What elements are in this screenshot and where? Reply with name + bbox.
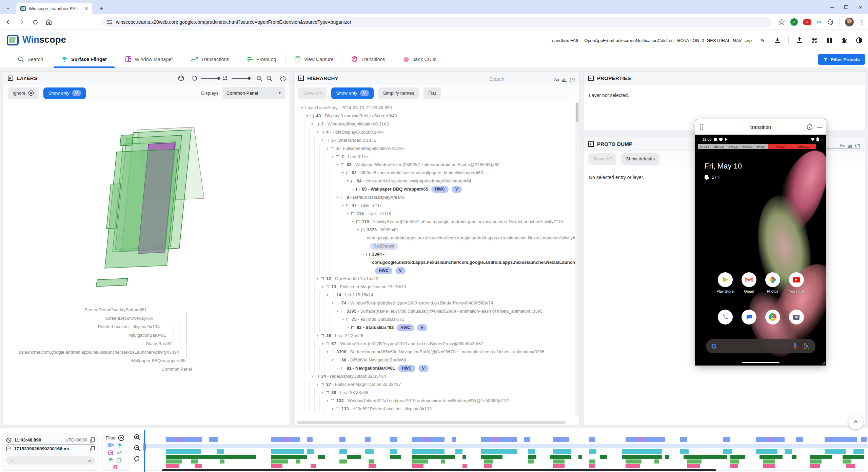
app-icon-messages[interactable]: [742, 310, 756, 324]
tree-node-118[interactable]: ▼118 - Task=7#118: [299, 210, 575, 218]
collapse-arrow-icon[interactable]: ▼: [319, 389, 326, 397]
lens-icon[interactable]: [803, 343, 810, 350]
tree-node-75[interactable]: ▼75 - ed70f88 StatusBar#75: [299, 315, 575, 323]
timeline-segment-protolog[interactable]: [296, 459, 300, 464]
timeline-segment-protolog[interactable]: [191, 459, 198, 464]
timeline-segment-protolog[interactable]: [626, 459, 642, 464]
window-close-icon[interactable]: ✕: [856, 2, 865, 12]
extensions-puzzle-icon[interactable]: [827, 19, 834, 25]
hierarchy-search-field[interactable]: Search Aa ab (.*): [489, 74, 575, 83]
timeline-segment-surface-flinger[interactable]: [756, 449, 777, 454]
tree-node-132[interactable]: ▼132 - WindowToken{422a1ee type=2015 and…: [299, 397, 575, 405]
ns-timestamp-input[interactable]: 1715339028890230166 ns: [14, 446, 69, 451]
collapse-arrow-icon[interactable]: ▼: [340, 201, 346, 210]
timeline-segment-surface-flinger[interactable]: [680, 449, 689, 454]
timeline-segment-transitions[interactable]: [369, 464, 376, 468]
timeline-segment-transitions[interactable]: [589, 464, 595, 468]
timeline-segment-surface-flinger[interactable]: [307, 449, 314, 454]
timeline-segment-view-capture[interactable]: [175, 437, 182, 442]
tree-node-63[interactable]: ▼63 - 8fb0ec5 com.android.systemui.wallp…: [299, 169, 575, 177]
layer-label-4[interactable]: StatusBar#82: [146, 341, 173, 346]
tree-node-65[interactable]: ●65 - Wallpaper BBQ wrapper#65HWCV: [299, 185, 575, 193]
prev-entry-button[interactable]: <: [10, 458, 13, 463]
timeline-segment-transitions[interactable]: [311, 464, 316, 468]
timeline-segment-protolog[interactable]: [810, 459, 822, 464]
collapse-arrow-icon[interactable]: ▼: [335, 307, 341, 315]
info-icon[interactable]: [807, 124, 813, 130]
timeline-segment-surface-flinger[interactable]: [622, 449, 662, 454]
timeline-segment-transactions[interactable]: [166, 455, 256, 459]
timeline-segment-surface-flinger[interactable]: [528, 449, 535, 454]
tree-node-3395[interactable]: ▼3395 - Surface(name=ed70f88 StatusBar)/…: [299, 307, 575, 315]
copy-icon[interactable]: [90, 446, 95, 451]
timeline-segment-transactions[interactable]: [792, 455, 796, 459]
timeline-segment-view-capture[interactable]: [636, 437, 645, 442]
timeline-segment-view-capture[interactable]: [423, 437, 430, 442]
app-icon-phone[interactable]: [718, 310, 733, 324]
collapse-arrow-icon[interactable]: ▼: [335, 193, 341, 201]
timeline-segment-protolog[interactable]: [843, 459, 851, 464]
collapse-arrow-icon[interactable]: ▼: [324, 397, 331, 405]
tree-node-43[interactable]: ▼43 - Display 0 name="Built-in Screen"#4…: [299, 112, 575, 120]
tree-node-3[interactable]: ▼3 - WindowedMagnification:0:31#3: [299, 120, 575, 128]
tree-node-13[interactable]: ▼13 - FullscreenMagnification:15:15#13: [299, 283, 575, 291]
layer-label-6[interactable]: Wallpaper BBQ wrapper#65: [131, 358, 185, 363]
timeline-segment-transactions[interactable]: [481, 455, 502, 459]
layer-label-7[interactable]: Common Panel: [161, 367, 192, 372]
timeline-segment-protolog[interactable]: [528, 459, 534, 464]
timeline-segment-transitions[interactable]: [626, 464, 640, 468]
collapse-arrow-icon[interactable]: ▼: [319, 283, 326, 291]
browser-tab[interactable]: Winscope | sandbox-FAIL ✕: [16, 3, 92, 14]
timeline-segment-surface-flinger[interactable]: [271, 449, 304, 454]
timeline-segment-transactions[interactable]: [622, 455, 662, 459]
timeline-segment-surface-flinger[interactable]: [481, 449, 517, 454]
tree-node-82[interactable]: ●82 - StatusBar#82HWCV: [299, 323, 575, 332]
browser-menu-icon[interactable]: ⋮: [859, 19, 865, 25]
url-bar[interactable]: winscope.teams.x20web.corp.google.com/pr…: [102, 17, 771, 27]
site-info-icon[interactable]: [106, 19, 113, 25]
filter-presets-button[interactable]: Filter Presets: [818, 54, 865, 65]
timeline-segment-window-manager[interactable]: [680, 437, 687, 442]
tree-node-14[interactable]: ▼14 - Leaf:15:15#14: [299, 291, 575, 299]
collapse-arrow-icon[interactable]: ▼: [345, 177, 351, 185]
tree-node-62[interactable]: ▼62 - WallpaperWindowToken{28892d1 token…: [299, 161, 575, 169]
timeline-segment-surface-flinger[interactable]: [723, 449, 732, 454]
tree-node-37[interactable]: ▼37 - FullscreenMagnification:33:33#37: [299, 380, 575, 389]
timeline-segment-protolog[interactable]: [412, 459, 428, 464]
tree-node-119[interactable]: ▼119 - ActivityRecord{24e5341 u0 com.goo…: [299, 218, 575, 226]
collapse-timeline-button[interactable]: [848, 414, 863, 429]
timeline-segment-transactions[interactable]: [462, 455, 466, 459]
extension-status-icon[interactable]: ✓: [790, 18, 798, 26]
tree-node-7[interactable]: ▼7 - Leaf:0:1#7: [299, 153, 575, 161]
collapse-filter-icon[interactable]: [118, 435, 124, 441]
hierarchy-show-only-button[interactable]: Show only V: [331, 87, 373, 99]
timeline-segment-transactions[interactable]: [843, 455, 864, 459]
collapse-arrow-icon[interactable]: ▼: [330, 405, 336, 413]
timeline-segment-view-capture[interactable]: [282, 437, 289, 442]
timeline-segment-window-manager[interactable]: [524, 437, 530, 442]
collapse-arrow-icon[interactable]: ▼: [340, 169, 346, 177]
timeline-segment-protolog[interactable]: [220, 459, 224, 464]
app-icon-gmail[interactable]: Gmail: [742, 272, 756, 293]
collapse-arrow-icon[interactable]: ▼: [324, 348, 331, 356]
layer-label-3[interactable]: NavigationBar0#81: [129, 333, 166, 338]
tab-close-icon[interactable]: ✕: [83, 5, 90, 12]
tree-node-38[interactable]: ▼38 - Leaf:33:33#38: [299, 389, 575, 397]
timeline-segment-window-manager[interactable]: [365, 437, 371, 442]
view-capture-icon[interactable]: [117, 457, 122, 463]
timeline-segment-transitions[interactable]: [412, 464, 423, 468]
timeline-segment-transitions[interactable]: [763, 464, 774, 468]
report-bug-icon[interactable]: [840, 36, 848, 44]
collapse-arrow-icon[interactable]: ▼: [319, 136, 326, 144]
match-case-icon[interactable]: Aa: [840, 143, 845, 148]
timeline-segment-transactions[interactable]: [730, 455, 745, 459]
transitions-icon[interactable]: [113, 465, 118, 470]
back-icon[interactable]: [3, 17, 13, 27]
tab-surface-flinger[interactable]: Surface Flinger: [52, 51, 116, 68]
window-minimize-icon[interactable]: —: [827, 2, 837, 12]
profile-avatar[interactable]: [845, 18, 854, 26]
timeline-segment-protolog[interactable]: [166, 459, 182, 464]
timeline-segment-transactions[interactable]: [684, 455, 727, 459]
human-timestamp-input[interactable]: 11:03:48.890: [14, 437, 41, 442]
regex-icon[interactable]: (.*): [855, 143, 860, 148]
